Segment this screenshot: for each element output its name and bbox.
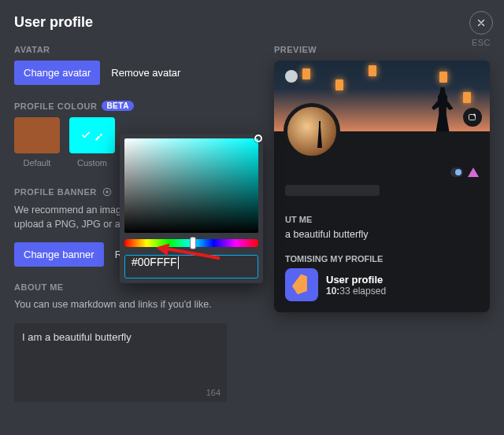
- nitro-icon: [450, 168, 463, 177]
- hypesquad-icon: [468, 168, 479, 177]
- hex-input[interactable]: #00FFFF: [124, 255, 258, 278]
- remove-avatar-button[interactable]: Remove avatar: [111, 67, 180, 79]
- section-banner-label: Profile Banner: [14, 187, 97, 197]
- nitro-badge-icon: [102, 186, 113, 197]
- lantern-icon: [369, 65, 376, 76]
- activity-icon: [285, 268, 318, 301]
- sv-handle[interactable]: [254, 135, 262, 142]
- section-colour-head: Profile Colour BETA: [14, 101, 250, 111]
- preview-avatar: [284, 103, 340, 160]
- colour-swatch-custom[interactable]: [69, 117, 115, 153]
- preview-banner: [274, 61, 490, 131]
- change-banner-button[interactable]: Change banner: [14, 242, 104, 267]
- about-me-char-count: 164: [206, 388, 220, 397]
- preview-customising-head: TOMISING MY PROFILE: [285, 254, 479, 264]
- colour-picker-popover: #00FFFF: [120, 134, 263, 283]
- edit-banner-button[interactable]: [463, 108, 482, 127]
- saturation-value-area[interactable]: [124, 138, 258, 233]
- eyedropper-icon: [94, 130, 105, 141]
- page-title: User profile: [14, 14, 490, 31]
- preview-card: UT ME a beautiful butterfly TOMISING MY …: [274, 61, 490, 312]
- about-me-textarea[interactable]: I am a beautiful butterfly 164: [14, 323, 227, 402]
- about-me-value: I am a beautiful butterfly: [22, 331, 132, 343]
- hue-handle[interactable]: [190, 237, 196, 249]
- activity-elapsed: 10:33 elapsed: [326, 286, 386, 297]
- preview-about-text: a beautiful butterfly: [285, 229, 479, 240]
- preview-about-head: UT ME: [285, 215, 479, 224]
- text-caret: [178, 256, 179, 269]
- swatch-default-label: Default: [24, 158, 51, 168]
- hex-value-text: #00FFFF: [132, 256, 177, 268]
- preview-username-redacted: [285, 185, 380, 196]
- change-avatar-button[interactable]: Change avatar: [14, 61, 100, 85]
- check-icon: [80, 130, 91, 141]
- section-preview-head: Preview: [274, 45, 490, 54]
- hue-slider[interactable]: [124, 239, 258, 247]
- silhouette-icon: [431, 87, 454, 131]
- image-edit-icon: [468, 112, 477, 122]
- swatch-custom-label: Custom: [77, 158, 107, 168]
- close-label: ESC: [469, 38, 493, 47]
- lantern-icon: [463, 92, 471, 103]
- lantern-icon: [302, 68, 310, 79]
- about-help-text: You can use markdown and links if you'd …: [14, 298, 250, 312]
- svg-point-1: [106, 190, 109, 194]
- moon-icon: [285, 70, 298, 83]
- colour-swatch-default[interactable]: [14, 117, 60, 153]
- lantern-icon: [439, 72, 447, 83]
- close-button[interactable]: [469, 11, 493, 35]
- lantern-icon: [335, 79, 343, 90]
- section-colour-label: Profile Colour: [14, 101, 97, 111]
- section-about-head: About Me: [14, 282, 250, 292]
- activity-title: User profile: [326, 274, 386, 286]
- beta-badge: BETA: [102, 101, 133, 111]
- section-avatar-head: Avatar: [14, 45, 250, 54]
- close-icon: [476, 17, 487, 28]
